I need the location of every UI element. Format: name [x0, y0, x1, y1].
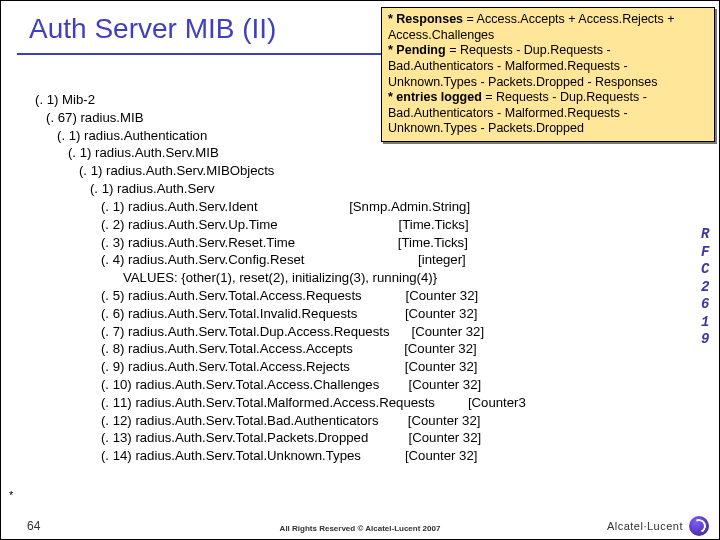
note-responses-label: * Responses: [388, 12, 463, 26]
brand-badge-icon: [689, 516, 709, 536]
side-char: R: [701, 226, 715, 244]
note-entries-label: * entries logged: [388, 90, 482, 104]
side-char: 2: [701, 279, 715, 297]
side-char: 1: [701, 314, 715, 332]
footer: 64 All Rights Reserved © Alcatel-Lucent …: [1, 513, 719, 539]
brand-name: Alcatel·Lucent: [607, 520, 683, 532]
mib-tree: (. 1) Mib-2 (. 67) radius.MIB (. 1) radi…: [35, 91, 705, 465]
footnote-asterisk: *: [9, 489, 13, 501]
side-char: F: [701, 244, 715, 262]
side-char: 9: [701, 331, 715, 349]
formulas-note: * Responses = Access.Accepts + Access.Re…: [381, 7, 715, 142]
side-char: C: [701, 261, 715, 279]
side-rfc-label: R F C 2 6 1 9: [701, 226, 715, 349]
side-char: 6: [701, 296, 715, 314]
brand-logo: Alcatel·Lucent: [607, 516, 709, 536]
note-pending-label: * Pending: [388, 43, 446, 57]
slide-title: Auth Server MIB (II): [29, 13, 276, 45]
